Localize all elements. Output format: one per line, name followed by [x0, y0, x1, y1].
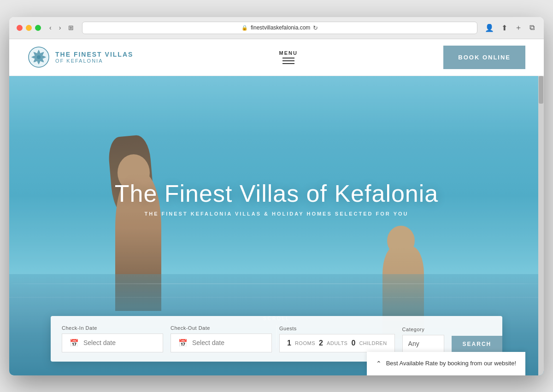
address-bar[interactable]: 🔒 finestvillaskefalonia.com ↻ [82, 22, 477, 34]
checkin-label: Check-In Date [62, 325, 163, 331]
hero-section: The Finest Villas of Kefalonia THE FINES… [9, 76, 544, 375]
checkout-field: Check-Out Date 📅 Select date [171, 325, 272, 352]
traffic-lights [17, 25, 41, 31]
logo-line1: THE FINEST VILLAS [55, 51, 133, 58]
svg-point-1 [37, 55, 41, 59]
category-label: Category [402, 327, 444, 332]
search-button[interactable]: SEARCH [452, 336, 503, 352]
scrollbar-thumb[interactable] [539, 76, 543, 104]
rooms-count: 1 [287, 339, 291, 347]
checkin-placeholder: Select date [83, 339, 116, 346]
book-online-button[interactable]: BOOK ONLINE [443, 46, 525, 69]
calendar-icon-checkin: 📅 [70, 339, 79, 347]
menu-label: MENU [279, 50, 298, 56]
checkout-input[interactable]: 📅 Select date [171, 333, 272, 352]
back-button[interactable]: ‹ [47, 23, 54, 32]
children-unit: CHILDREN [359, 340, 387, 346]
guests-input[interactable]: 1 ROOMS 2 ADULTS 0 CHILDREN [279, 334, 395, 352]
hero-title: The Finest Villas of Kefalonia [115, 180, 439, 207]
guests-field: Guests 1 ROOMS 2 ADULTS 0 CHILDREN [279, 326, 395, 352]
checkout-placeholder: Select date [192, 339, 224, 346]
checkin-input[interactable]: 📅 Select date [62, 333, 163, 352]
share-icon[interactable]: ⬆ [500, 23, 509, 33]
category-select[interactable]: Any Villa House Apartment [402, 335, 444, 352]
logo-icon [28, 46, 50, 68]
rooms-unit: ROOMS [295, 340, 315, 346]
children-count: 0 [351, 339, 355, 347]
close-button[interactable] [17, 25, 23, 31]
chevron-up-icon: ⌃ [376, 360, 382, 367]
logo-text: THE FINEST VILLAS OF KEFALONIA [55, 51, 133, 64]
person-icon[interactable]: 👤 [483, 23, 496, 33]
lock-icon: 🔒 [241, 25, 248, 31]
category-field: Category Any Villa House Apartment [402, 327, 444, 352]
url-text: finestvillaskefalonia.com [251, 24, 310, 31]
logo-area: THE FINEST VILLAS OF KEFALONIA [28, 46, 133, 68]
forward-button[interactable]: › [56, 23, 64, 32]
browser-controls: ‹ › ⊞ [47, 23, 76, 32]
hero-subtitle: THE FINEST KEFALONIA VILLAS & HOLIDAY HO… [115, 211, 439, 216]
site-header: THE FINEST VILLAS OF KEFALONIA MENU BOOK… [9, 39, 544, 76]
checkin-field: Check-In Date 📅 Select date [62, 325, 163, 352]
grid-button[interactable]: ⊞ [65, 23, 76, 32]
tabs-icon[interactable]: ⧉ [528, 23, 536, 33]
logo-line2: OF KEFALONIA [55, 58, 133, 64]
browser-actions: 👤 ⬆ ＋ ⧉ [483, 22, 536, 34]
adults-unit: ADULTS [327, 340, 348, 346]
adults-count: 2 [319, 339, 323, 347]
hamburger-icon [282, 58, 294, 64]
reload-button[interactable]: ↻ [313, 24, 318, 31]
guests-label: Guests [279, 326, 395, 331]
browser-chrome: ‹ › ⊞ 🔒 finestvillaskefalonia.com ↻ 👤 ⬆ … [9, 17, 544, 39]
best-rate-banner: ⌃ Best Available Rate by booking from ou… [367, 352, 525, 375]
browser-window: ‹ › ⊞ 🔒 finestvillaskefalonia.com ↻ 👤 ⬆ … [9, 17, 544, 375]
banner-text: Best Available Rate by booking from our … [386, 359, 516, 368]
new-tab-icon[interactable]: ＋ [513, 22, 524, 34]
maximize-button[interactable] [35, 25, 41, 31]
checkout-label: Check-Out Date [171, 325, 272, 331]
scrollbar[interactable] [538, 76, 544, 375]
hero-content: The Finest Villas of Kefalonia THE FINES… [115, 180, 439, 216]
site-wrapper: THE FINEST VILLAS OF KEFALONIA MENU BOOK… [9, 39, 544, 375]
calendar-icon-checkout: 📅 [178, 339, 188, 347]
minimize-button[interactable] [26, 25, 32, 31]
nav-menu[interactable]: MENU [279, 50, 298, 64]
